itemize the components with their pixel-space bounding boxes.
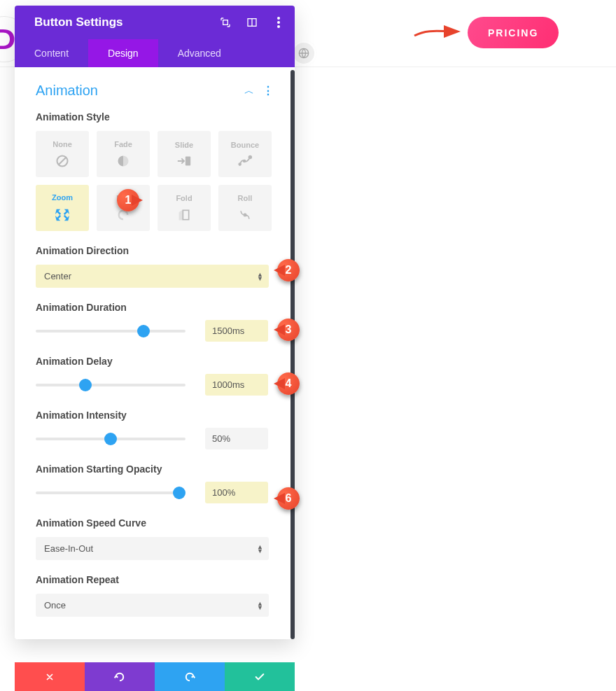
logo-letter: D	[0, 24, 15, 55]
delay-value[interactable]: 1000ms	[205, 374, 268, 396]
responsive-icon[interactable]	[219, 16, 232, 29]
tab-design[interactable]: Design	[88, 39, 158, 67]
repeat-select[interactable]: Once ▲▼	[36, 594, 269, 617]
panel-divider	[290, 70, 295, 639]
globe-icon[interactable]	[293, 43, 314, 64]
arrow-annotation	[413, 22, 462, 41]
opacity-thumb[interactable]	[173, 487, 186, 499]
intensity-thumb[interactable]	[104, 433, 117, 445]
opacity-value[interactable]: 100%	[205, 482, 268, 503]
none-icon	[55, 154, 69, 168]
delay-slider[interactable]	[36, 384, 186, 386]
style-none[interactable]: None	[36, 131, 89, 177]
slide-icon	[176, 155, 192, 167]
label-speed-curve: Animation Speed Curve	[36, 517, 274, 529]
tab-content[interactable]: Content	[15, 39, 88, 67]
tab-advanced[interactable]: Advanced	[158, 39, 241, 67]
select-caret-icon: ▲▼	[257, 545, 263, 553]
style-bounce[interactable]: Bounce	[218, 131, 272, 177]
direction-select[interactable]: Center ▲▼	[36, 265, 269, 288]
label-direction: Animation Direction	[36, 245, 274, 256]
callout-3: 3	[277, 319, 300, 341]
panel-header: Button Settings	[15, 6, 295, 39]
intensity-value[interactable]: 50%	[205, 428, 268, 449]
callout-1: 1	[117, 189, 139, 211]
cancel-button[interactable]	[15, 662, 85, 691]
opacity-slider[interactable]	[36, 491, 186, 494]
svg-rect-9	[186, 157, 190, 166]
delay-thumb[interactable]	[79, 379, 92, 391]
svg-rect-13	[183, 210, 188, 219]
tabs: Content Design Advanced	[15, 39, 295, 67]
section-more-icon[interactable]: ⋮	[262, 84, 274, 97]
undo-button[interactable]	[85, 662, 155, 691]
redo-button[interactable]	[155, 662, 225, 691]
pricing-button[interactable]: PRICING	[468, 17, 559, 48]
label-repeat: Animation Repeat	[36, 574, 274, 585]
speed-curve-select[interactable]: Ease-In-Out ▲▼	[36, 537, 269, 560]
label-start-opacity: Animation Starting Opacity	[36, 463, 274, 475]
style-slide[interactable]: Slide	[158, 131, 211, 177]
svg-point-5	[277, 21, 280, 24]
style-fold[interactable]: Fold	[158, 185, 211, 231]
direction-value: Center	[44, 271, 71, 281]
callout-6: 6	[277, 487, 300, 510]
label-delay: Animation Delay	[36, 356, 274, 367]
duration-value[interactable]: 1500ms	[205, 320, 268, 342]
fold-icon	[177, 208, 191, 222]
intensity-slider[interactable]	[36, 438, 186, 440]
save-button[interactable]	[225, 662, 295, 691]
select-caret-icon: ▲▼	[257, 601, 263, 610]
panel-footer	[15, 662, 295, 691]
svg-rect-1	[223, 20, 228, 25]
label-animation-style: Animation Style	[36, 111, 274, 123]
style-roll[interactable]: Roll	[218, 185, 272, 231]
label-intensity: Animation Intensity	[36, 410, 274, 421]
roll-icon	[238, 208, 252, 222]
style-grid: None Fade Slide Bounce Zoom	[36, 131, 274, 231]
repeat-value: Once	[44, 600, 66, 610]
select-caret-icon: ▲▼	[257, 272, 263, 281]
panel-title: Button Settings	[34, 15, 123, 29]
duration-thumb[interactable]	[137, 325, 150, 337]
callout-2: 2	[277, 259, 300, 281]
section-title[interactable]: Animation	[36, 83, 98, 99]
callout-4: 4	[277, 372, 300, 395]
duration-slider[interactable]	[36, 330, 186, 333]
speed-curve-value: Ease-In-Out	[44, 543, 93, 554]
more-icon[interactable]	[272, 16, 285, 29]
columns-icon[interactable]	[246, 16, 258, 29]
style-zoom[interactable]: Zoom	[36, 185, 89, 231]
settings-panel: Button Settings Content Design Advanced …	[15, 6, 295, 639]
fade-icon	[116, 154, 130, 168]
zoom-icon	[55, 207, 70, 223]
chevron-up-icon[interactable]: ︿	[244, 85, 254, 97]
bounce-icon	[237, 155, 253, 167]
label-duration: Animation Duration	[36, 302, 274, 313]
svg-line-8	[58, 157, 66, 165]
svg-point-4	[277, 17, 280, 20]
style-fade[interactable]: Fade	[97, 131, 150, 177]
svg-point-6	[277, 25, 280, 28]
